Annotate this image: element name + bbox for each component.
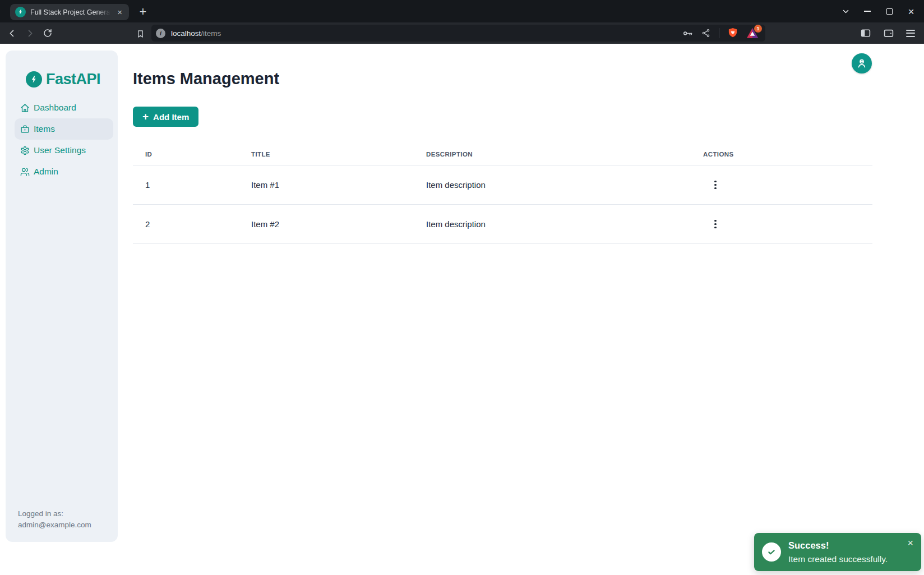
user-avatar-button[interactable] xyxy=(852,53,872,73)
forward-button[interactable] xyxy=(21,25,38,42)
cell-id: 1 xyxy=(133,180,239,190)
user-icon xyxy=(856,58,867,69)
password-key-icon[interactable] xyxy=(682,28,693,39)
row-actions-kebab-icon[interactable] xyxy=(709,217,722,232)
items-table: ID TITLE DESCRIPTION ACTIONS 1 Item #1 I… xyxy=(133,143,872,244)
column-header-actions: ACTIONS xyxy=(691,151,872,158)
briefcase-icon xyxy=(20,125,30,134)
browser-tab[interactable]: Full Stack Project Genera × xyxy=(10,4,129,20)
table-header-row: ID TITLE DESCRIPTION ACTIONS xyxy=(133,143,872,165)
page-content: FastAPI Dashboard Items User Settings xyxy=(0,44,924,575)
sidebar-item-user-settings[interactable]: User Settings xyxy=(15,140,113,161)
sidebar-item-label: Admin xyxy=(34,167,58,177)
users-icon xyxy=(20,167,30,177)
brave-rewards-icon[interactable]: 1 xyxy=(746,27,759,39)
logged-in-email: admin@example.com xyxy=(18,519,91,531)
brave-shield-icon[interactable] xyxy=(728,27,738,39)
cell-description: Item description xyxy=(414,219,691,229)
sidebar-item-label: User Settings xyxy=(34,145,86,155)
cell-title: Item #1 xyxy=(239,180,414,190)
rewards-badge: 1 xyxy=(754,25,762,33)
toast-message: Item created successfully. xyxy=(788,554,888,564)
add-item-label: Add Item xyxy=(153,112,189,122)
column-header-description: DESCRIPTION xyxy=(414,151,691,158)
fastapi-favicon-icon xyxy=(15,7,26,17)
check-circle-icon xyxy=(762,542,781,562)
reload-button[interactable] xyxy=(39,25,56,42)
cell-id: 2 xyxy=(133,219,239,229)
toast-close-icon[interactable]: × xyxy=(905,536,915,550)
address-bar[interactable]: i localhost /items 1 xyxy=(151,25,765,42)
wallet-icon[interactable] xyxy=(883,28,894,38)
sidebar-item-items[interactable]: Items xyxy=(15,118,113,140)
share-icon[interactable] xyxy=(701,29,710,38)
home-icon xyxy=(20,103,30,113)
url-path: /items xyxy=(201,29,221,38)
browser-tab-bar: Full Stack Project Genera × + × xyxy=(0,0,924,22)
cell-title: Item #2 xyxy=(239,219,414,229)
bookmark-icon[interactable] xyxy=(133,27,147,40)
column-header-id: ID xyxy=(133,151,239,158)
brand-name: FastAPI xyxy=(46,71,100,88)
sidebar-nav: Dashboard Items User Settings Admin xyxy=(6,97,118,182)
plus-icon: + xyxy=(142,111,149,122)
divider xyxy=(719,28,719,38)
table-row: 2 Item #2 Item description xyxy=(133,205,872,244)
toast-title: Success! xyxy=(788,540,829,551)
site-info-icon[interactable]: i xyxy=(156,29,165,38)
cell-description: Item description xyxy=(414,180,691,190)
new-tab-button[interactable]: + xyxy=(135,3,151,20)
sidebar-item-admin[interactable]: Admin xyxy=(15,161,113,182)
tab-close-icon[interactable]: × xyxy=(115,7,124,17)
page-title: Items Management xyxy=(133,70,279,88)
back-button[interactable] xyxy=(3,25,20,42)
table-row: 1 Item #1 Item description xyxy=(133,165,872,205)
fastapi-bolt-icon xyxy=(26,71,42,88)
gear-icon xyxy=(20,146,30,155)
window-minimize-button[interactable] xyxy=(860,4,875,19)
row-actions-kebab-icon[interactable] xyxy=(709,178,722,192)
tab-search-chevron-icon[interactable] xyxy=(838,4,853,19)
sidebar-item-dashboard[interactable]: Dashboard xyxy=(15,97,113,118)
logged-in-footer: Logged in as: admin@example.com xyxy=(18,508,91,531)
sidebar: FastAPI Dashboard Items User Settings xyxy=(6,50,118,542)
success-toast: Success! Item created successfully. × xyxy=(754,533,921,571)
sidebar-item-label: Dashboard xyxy=(34,103,76,113)
add-item-button[interactable]: + Add Item xyxy=(133,107,198,127)
logged-in-label: Logged in as: xyxy=(18,508,91,519)
menu-hamburger-icon[interactable] xyxy=(906,30,915,37)
sidebar-panel-icon[interactable] xyxy=(860,28,871,38)
window-close-button[interactable]: × xyxy=(904,4,918,19)
column-header-title: TITLE xyxy=(239,151,414,158)
sidebar-item-label: Items xyxy=(34,124,55,134)
tab-title: Full Stack Project Genera xyxy=(30,8,110,16)
window-maximize-button[interactable] xyxy=(882,4,897,19)
brand-logo: FastAPI xyxy=(26,71,100,88)
url-host: localhost xyxy=(171,29,201,38)
